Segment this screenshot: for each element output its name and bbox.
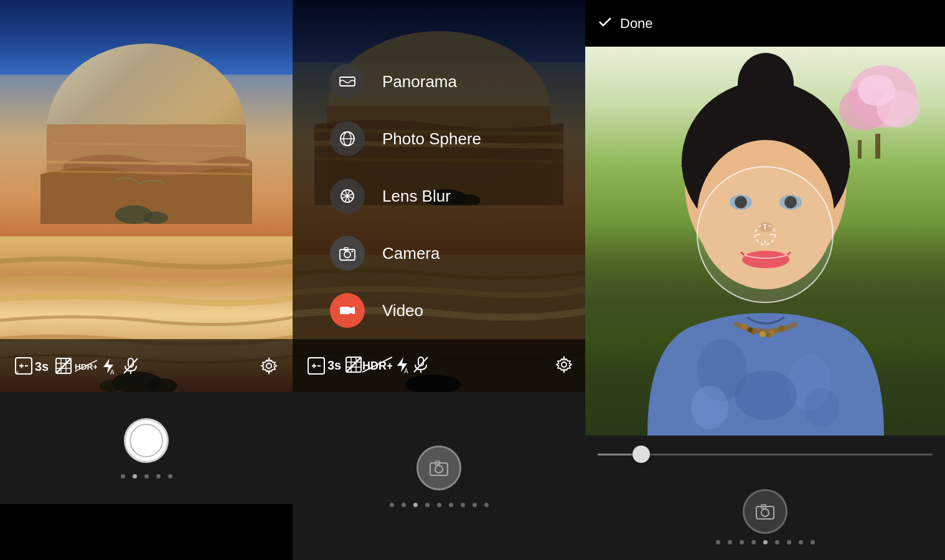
svg-rect-58: [340, 307, 350, 314]
right-dot-4[interactable]: [751, 540, 756, 544]
mode-item-video[interactable]: Video: [330, 282, 585, 339]
left-controls-bar: ± 3s: [0, 339, 293, 392]
page-dot-5[interactable]: [168, 474, 172, 478]
done-label[interactable]: Done: [620, 16, 653, 32]
right-bottom-bar: [585, 473, 945, 560]
right-bottom-content: [716, 489, 815, 544]
mid-flash-icon[interactable]: A: [392, 356, 412, 376]
svg-text:A: A: [404, 368, 408, 373]
mid-settings-icon[interactable]: [555, 356, 573, 376]
mode-item-lens-blur[interactable]: Lens Blur: [330, 167, 585, 225]
flash-icon[interactable]: A: [97, 355, 120, 377]
done-check-icon: [598, 14, 613, 33]
mic-icon[interactable]: [120, 355, 142, 377]
mid-dot-9[interactable]: [484, 503, 489, 507]
shutter-inner: [129, 424, 163, 457]
portrait-viewfinder: [585, 47, 945, 436]
mode-item-photo-sphere[interactable]: Photo Sphere: [330, 110, 585, 167]
blur-slider-track: [598, 454, 933, 455]
crosshair: [751, 221, 779, 248]
svg-point-103: [804, 388, 839, 427]
svg-point-102: [691, 386, 728, 429]
mid-dot-4[interactable]: [425, 503, 430, 507]
mid-timer-label[interactable]: 3s: [327, 356, 345, 376]
mid-dot-2[interactable]: [402, 503, 406, 507]
svg-rect-91: [747, 81, 784, 118]
page-dot-1[interactable]: [121, 474, 125, 478]
svg-point-106: [759, 331, 766, 337]
rock-top: [40, 37, 252, 224]
right-page-indicators: [716, 540, 815, 544]
photo-sphere-label: Photo Sphere: [382, 129, 481, 149]
mid-dot-3[interactable]: [413, 503, 418, 507]
mid-grid-icon[interactable]: [345, 356, 362, 376]
right-shutter-button[interactable]: [743, 489, 788, 534]
mid-dot-8[interactable]: [472, 503, 477, 507]
mode-item-camera[interactable]: Camera: [330, 225, 585, 282]
left-viewfinder: ± 3s: [0, 0, 293, 392]
hdr-icon[interactable]: HDR+: [75, 355, 97, 377]
svg-text:3s: 3s: [327, 358, 341, 372]
right-dot-6[interactable]: [775, 540, 779, 544]
mid-page-indicators: [390, 503, 489, 507]
svg-point-31: [266, 363, 271, 368]
mid-shutter-button[interactable]: [416, 446, 461, 490]
mid-dot-1[interactable]: [390, 503, 394, 507]
svg-point-80: [435, 465, 443, 473]
svg-text:±: ±: [16, 370, 19, 374]
page-indicators: [121, 474, 172, 478]
page-dot-3[interactable]: [144, 474, 149, 478]
left-camera-panel: ± 3s: [0, 0, 293, 560]
sphere-icon-circle: [330, 121, 365, 156]
svg-text:A: A: [110, 369, 115, 375]
mid-controls-bar: 3s HDR+ A: [293, 339, 585, 392]
mid-dot-7[interactable]: [461, 503, 465, 507]
mid-dot-6[interactable]: [449, 503, 453, 507]
svg-point-104: [741, 324, 747, 330]
mid-mic-icon[interactable]: [412, 356, 430, 376]
panorama-label: Panorama: [382, 72, 457, 91]
right-dot-3[interactable]: [740, 540, 744, 544]
mode-item-panorama[interactable]: Panorama: [330, 53, 585, 110]
grid-icon[interactable]: [52, 355, 75, 377]
shutter-camera-icon: [429, 458, 449, 478]
settings-icon[interactable]: [258, 355, 280, 377]
mid-dot-5[interactable]: [437, 503, 441, 507]
right-dot-1[interactable]: [716, 540, 720, 544]
right-dot-9[interactable]: [811, 540, 815, 544]
right-dot-8[interactable]: [799, 540, 803, 544]
left-bottom-bar: [0, 392, 293, 504]
svg-marker-59: [350, 307, 355, 314]
right-portrait-panel: Done: [585, 0, 945, 560]
right-dot-2[interactable]: [728, 540, 732, 544]
svg-line-70: [346, 357, 361, 372]
mid-hdr-icon[interactable]: HDR+: [362, 356, 392, 376]
right-dot-5[interactable]: [763, 540, 768, 544]
page-dot-2[interactable]: [133, 474, 137, 478]
aperture-svg-icon: [339, 187, 356, 205]
page-dot-4[interactable]: [156, 474, 161, 478]
camera-icon-circle: [330, 236, 365, 271]
blur-slider-thumb[interactable]: [632, 446, 650, 463]
camera-svg-icon: [339, 245, 356, 262]
exposure-icon[interactable]: ±: [12, 355, 35, 377]
right-dot-7[interactable]: [787, 540, 791, 544]
right-shutter-icon: [755, 502, 775, 521]
svg-point-101: [735, 370, 797, 420]
svg-point-117: [761, 509, 769, 516]
svg-point-7: [143, 212, 168, 224]
panorama-icon-circle: [330, 64, 365, 99]
sphere-svg-icon: [339, 130, 356, 147]
blur-slider-bar: [585, 436, 945, 473]
svg-rect-41: [340, 77, 355, 86]
mid-exposure-icon[interactable]: [305, 355, 327, 377]
focus-circle: [697, 166, 834, 303]
left-shutter-button[interactable]: [124, 418, 169, 463]
middle-mode-panel: Panorama Photo Sphere: [293, 0, 585, 560]
svg-point-109: [748, 327, 753, 332]
svg-point-110: [766, 333, 771, 338]
lens-blur-icon-circle: [330, 179, 365, 213]
svg-point-78: [562, 362, 567, 367]
panorama-svg-icon: [339, 73, 356, 90]
timer-label[interactable]: 3s: [35, 357, 52, 375]
